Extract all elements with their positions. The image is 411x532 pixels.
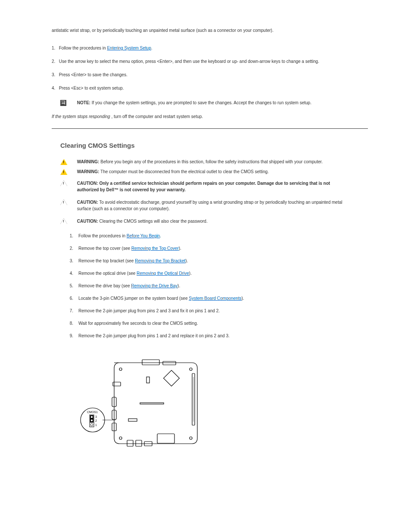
svg-point-5 xyxy=(91,420,93,421)
note-text: If you change the system settings, you a… xyxy=(90,100,311,105)
warning-row-1: WARNING: Before you begin any of the pro… xyxy=(60,159,368,166)
warning-icon xyxy=(60,169,67,175)
step-2: 2.Remove the top cover (see Removing the… xyxy=(65,245,368,252)
svg-rect-20 xyxy=(146,377,149,383)
caution-row-3: CAUTION: Clearing the CMOS settings will… xyxy=(60,218,368,225)
caution-label: CAUTION: xyxy=(77,200,98,205)
step-number: 2. xyxy=(52,59,55,64)
warning-text: The computer must be disconnected from t… xyxy=(99,169,268,174)
caution-row-2: CAUTION: To avoid electrostatic discharg… xyxy=(60,199,368,212)
note-icon xyxy=(60,100,66,106)
link-entering-system-setup[interactable]: Entering System Setup xyxy=(107,46,151,50)
link-before-you-begin[interactable]: Before You Begin xyxy=(127,233,160,238)
step-number: 4. xyxy=(52,86,55,90)
svg-rect-12 xyxy=(163,361,176,365)
step-3: 3.Remove the top bracket (see Removing t… xyxy=(65,258,368,264)
link-removing-top-bracket[interactable]: Removing the Top Bracket xyxy=(135,258,185,263)
jumper-label: CMOS1 xyxy=(87,411,98,414)
step-enter-2: 2. Use the arrow key to select the menu … xyxy=(52,58,368,65)
section-divider xyxy=(52,128,368,129)
caution-text: Clearing the CMOS settings will also cle… xyxy=(98,219,208,224)
step-1: 1.Follow the procedures in Before You Be… xyxy=(65,233,368,239)
caution-icon xyxy=(60,218,67,224)
step-text: Use the arrow key to select the menu opt… xyxy=(59,59,319,64)
link-removing-drive-bay[interactable]: Removing the Drive Bay xyxy=(131,283,177,288)
system-board-diagram: CMOS1 3 2 1 xyxy=(78,356,368,450)
step-6: 6.Locate the 3-pin CMOS jumper on the sy… xyxy=(65,295,368,302)
svg-rect-22 xyxy=(127,440,133,446)
warning-row-2: WARNING: The computer must be disconnect… xyxy=(60,168,368,176)
warning-label: WARNING: xyxy=(77,169,100,174)
link-removing-optical-drive[interactable]: Removing the Optical Drive xyxy=(137,271,189,276)
pin-3: 3 xyxy=(95,415,97,418)
heading-clearing-cmos: Clearing CMOS Settings xyxy=(60,142,368,149)
svg-rect-25 xyxy=(157,434,174,443)
pin-1: 1 xyxy=(95,423,97,426)
warning-label: WARNING: xyxy=(77,159,100,164)
step-text-a: Follow the procedures in xyxy=(59,46,107,50)
caution-label: CAUTION: xyxy=(77,219,98,224)
caution-text: To avoid electrostatic discharge, ground… xyxy=(77,200,342,211)
step-text: Press <Esc> to exit system setup. xyxy=(59,86,124,90)
caution-row-1: CAUTION: Only a certified service techni… xyxy=(60,180,368,193)
svg-point-8 xyxy=(190,368,192,370)
svg-point-10 xyxy=(190,437,192,439)
step-enter-4: 4. Press <Esc> to exit system setup. xyxy=(52,85,368,91)
note-row: NOTE: If you change the system settings,… xyxy=(60,100,368,106)
svg-rect-11 xyxy=(142,360,159,365)
cmos-sub-line: If the system stops responding , turn of… xyxy=(52,113,368,120)
svg-rect-26 xyxy=(128,419,137,421)
caution-text: CAUTION: Only a certified service techni… xyxy=(77,181,330,192)
warning-text: Before you begin any of the procedures i… xyxy=(99,159,323,164)
step-4: 4.Remove the optical drive (see Removing… xyxy=(65,270,368,277)
board-svg: CMOS1 3 2 1 xyxy=(78,356,202,449)
step-number: 3. xyxy=(52,72,55,77)
svg-rect-13 xyxy=(164,370,180,386)
svg-point-4 xyxy=(91,416,93,418)
step-number: 1. xyxy=(52,46,55,50)
warning-icon xyxy=(60,159,67,165)
step-text: Press <Enter> to save the changes. xyxy=(59,72,128,77)
antistatic-text: antistatic wrist strap, or by periodical… xyxy=(52,27,368,34)
step-5: 5.Remove the drive bay (see Removing the… xyxy=(65,283,368,289)
note-label: NOTE: xyxy=(77,100,90,105)
step-enter-1: 1. Follow the procedures in Entering Sys… xyxy=(52,45,368,51)
svg-rect-23 xyxy=(136,440,142,446)
link-removing-top-cover[interactable]: Removing the Top Cover xyxy=(131,246,179,251)
step-enter-3: 3. Press <Enter> to save the changes. xyxy=(52,72,368,78)
svg-point-6 xyxy=(90,423,93,426)
caution-icon xyxy=(60,199,67,205)
caution-icon xyxy=(60,180,67,186)
pin-2: 2 xyxy=(95,419,97,422)
svg-point-7 xyxy=(119,368,122,370)
svg-rect-21 xyxy=(140,403,164,404)
step-text-b: . xyxy=(151,46,153,50)
step-8: 8.Wait for approximately five seconds to… xyxy=(65,320,368,327)
step-7: 7.Remove the 2-pin jumper plug from pins… xyxy=(65,308,368,314)
link-system-board-components[interactable]: System Board Components xyxy=(189,296,241,301)
step-9: 9.Remove the 2-pin jumper plug from pins… xyxy=(65,333,368,339)
svg-point-9 xyxy=(119,437,122,439)
